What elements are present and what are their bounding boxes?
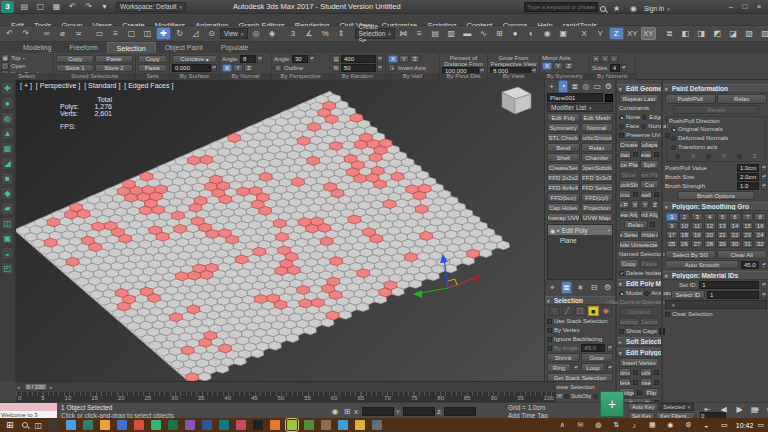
hide-unselected-button[interactable]: Hide Unselected	[619, 240, 659, 249]
ribbon-tab-3[interactable]: Object Paint	[156, 42, 212, 53]
brush-strength-spinner[interactable]: ▴▾	[761, 182, 767, 190]
viewport-nav-button-1[interactable]: ▦	[747, 403, 762, 416]
store2-button[interactable]: Store 2	[95, 64, 133, 72]
toolbar-far-icon-6[interactable]: ▨	[758, 27, 768, 40]
ring-spinner[interactable]: ▴▾	[573, 364, 579, 372]
sides-spinner[interactable]: ▴▾	[621, 64, 627, 72]
left-tool-icon-4[interactable]: ▦	[1, 142, 14, 155]
viewport-menu-plus[interactable]: [ + ]	[20, 82, 32, 89]
left-tool-icon-7[interactable]: ◆	[1, 187, 14, 200]
smoothing-group-button-13[interactable]: 14	[729, 222, 741, 230]
axis-x-radio[interactable]	[675, 154, 680, 159]
command-panel-tab-3[interactable]: ◎	[581, 80, 590, 93]
by-angle-field[interactable]: 45.0	[581, 344, 605, 352]
left-tool-icon-8[interactable]: ▰	[1, 202, 14, 215]
taskbar-app-icon-10[interactable]	[219, 420, 229, 430]
select-tool-icon-2[interactable]: ▢	[124, 27, 139, 40]
tray-icon-8[interactable]: ◒	[699, 419, 714, 432]
left-tool-icon-1[interactable]: ●	[1, 97, 14, 110]
material-ids-rollout-header[interactable]: Polygon: Material IDs	[663, 271, 768, 280]
absolute-mode-icon[interactable]: ⊞	[342, 405, 352, 418]
modifier-button-17[interactable]: FFD(cyl)	[581, 193, 614, 202]
smoothing-group-button-12[interactable]: 13	[717, 222, 729, 230]
collapse-button[interactable]: Collapse	[640, 140, 660, 149]
smoothing-group-button-16[interactable]: 17	[666, 231, 678, 239]
smoothing-group-button-29[interactable]: 30	[729, 240, 741, 248]
brush-strength-field[interactable]: 1.0	[737, 182, 759, 190]
modifier-button-16[interactable]: FFD(box)	[547, 193, 580, 202]
viewport-nav-button-2[interactable]: ⊕	[762, 403, 768, 416]
modifier-button-12[interactable]: FFD 2x2x2	[547, 173, 580, 182]
persp-angle-field[interactable]: 30	[292, 55, 308, 63]
gizmo-x-axis[interactable]	[448, 277, 478, 288]
insert-vertex-button[interactable]: Insert Vertex	[619, 358, 659, 367]
start-button[interactable]: ⊞	[6, 420, 14, 430]
delete-isolated-checkbox[interactable]	[619, 271, 624, 276]
panel-label-by-random[interactable]: By Random	[330, 73, 385, 80]
sign-in-link[interactable]: Sign In	[644, 5, 664, 12]
preserve-uvs-checkbox[interactable]	[619, 133, 624, 138]
repeat-last-button[interactable]: Repeat Last	[619, 94, 659, 103]
grow-button[interactable]: Grow	[581, 353, 614, 362]
ribbon-tab-0[interactable]: Modeling	[14, 42, 60, 53]
axis-constraint-toggle-3[interactable]: XY	[625, 27, 640, 40]
undo-redo-icon-0[interactable]: ↶	[2, 27, 17, 40]
minimize-button[interactable]: –	[724, 2, 738, 11]
toolbar-right-icon-3[interactable]: ▥	[444, 27, 459, 40]
modifier-button-6[interactable]: Bend	[547, 143, 580, 152]
shrink-button[interactable]: Shrink	[547, 353, 580, 362]
object-name-field[interactable]: Plane001	[547, 93, 603, 102]
smoothing-group-button-19[interactable]: 20	[704, 231, 716, 239]
visibility-eye-icon[interactable]: ◉	[550, 227, 555, 234]
by-vertex-checkbox[interactable]	[547, 328, 552, 333]
modifier-button-0[interactable]: Edit Poly	[547, 113, 580, 122]
pivot-tool-icon-0[interactable]: ◎	[249, 27, 264, 40]
symmetry-axis-toggle-1[interactable]: Y	[553, 62, 563, 70]
pushpull-value-spinner[interactable]: ▴▾	[761, 164, 767, 172]
tray-icon-1[interactable]: ✉	[573, 419, 588, 432]
clock[interactable]: 10:42	[736, 422, 754, 429]
smoothing-group-button-28[interactable]: 29	[717, 240, 729, 248]
select-tool-icon-0[interactable]: ▭	[92, 27, 107, 40]
stack-tool-icon-3[interactable]: ⊟	[589, 281, 600, 294]
smoothing-group-button-25[interactable]: 26	[679, 240, 691, 248]
get-stack-selection-button[interactable]: Get Stack Selection	[547, 373, 613, 382]
toolbar-far-icon-5[interactable]: ▧	[742, 27, 757, 40]
brush-size-spinner[interactable]: ▴▾	[761, 173, 767, 181]
quick-access-icon-2[interactable]: ▦	[49, 0, 64, 13]
selected-dropdown[interactable]: Selected	[659, 403, 694, 411]
close-button[interactable]: ×	[752, 2, 766, 11]
animate-mode-radio[interactable]	[644, 291, 649, 296]
hide-selected-button[interactable]: Hide Selected	[619, 230, 639, 239]
panel-label-by-normal[interactable]: By Normal	[220, 73, 271, 80]
link-icon-2[interactable]: ≍	[71, 27, 86, 40]
modifier-button-8[interactable]: Shell	[547, 153, 580, 162]
named-paste-button[interactable]: Paste	[640, 259, 660, 268]
smoothing-group-button-0[interactable]: 1	[666, 213, 678, 221]
select-id-spinner[interactable]: ▴▾	[761, 291, 767, 299]
app-logo-icon[interactable]: 3	[1, 1, 14, 13]
taskbar-app-icon-14[interactable]	[287, 420, 297, 430]
original-normals-radio[interactable]	[671, 127, 676, 132]
edge-subobject-icon[interactable]: ╱	[562, 306, 573, 316]
msmooth-button[interactable]: MSmooth	[619, 190, 631, 199]
auto-smooth-spinner[interactable]: ▴▾	[761, 261, 767, 269]
smoothing-group-button-7[interactable]: 8	[754, 213, 766, 221]
tray-icon-0[interactable]: ∧	[555, 419, 570, 432]
auto-smooth-field[interactable]: 45.0	[741, 261, 759, 269]
modifier-button-19[interactable]: Projection	[581, 203, 614, 212]
sides-field[interactable]: 4	[610, 64, 620, 72]
smoothing-group-button-14[interactable]: 15	[742, 222, 754, 230]
element-subobject-icon[interactable]: ◆	[601, 306, 612, 316]
clear-selection-checkbox[interactable]	[665, 312, 670, 317]
brush-options-button[interactable]: Brush Options	[677, 191, 755, 200]
toolbar-right-icon-7[interactable]: ●	[508, 27, 523, 40]
taskbar-app-icon-9[interactable]	[202, 420, 212, 430]
slider-left-arrow[interactable]: ◂	[17, 384, 20, 390]
preview-multi-radio[interactable]	[593, 394, 598, 399]
modifier-button-1[interactable]: Edit Mesh	[581, 113, 614, 122]
taskbar-app-icon-19[interactable]	[372, 420, 382, 430]
quick-access-icon-3[interactable]: ↶	[65, 0, 80, 13]
ribbon-tab-2[interactable]: Selection	[107, 42, 156, 53]
tessellate-button[interactable]: Tessellate	[640, 190, 652, 199]
